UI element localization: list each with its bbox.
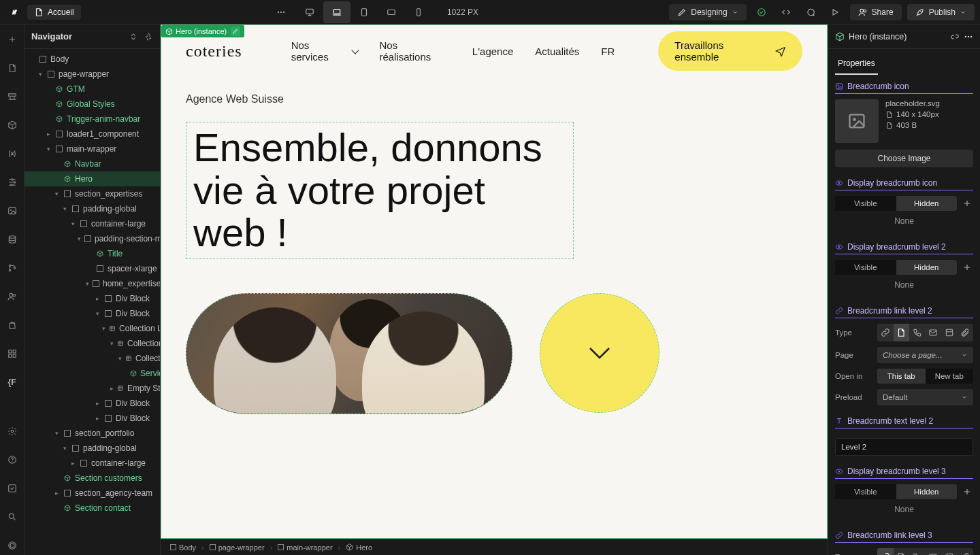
hidden-option[interactable]: Hidden	[896, 260, 958, 275]
add-element-icon[interactable]	[3, 30, 22, 49]
components-icon[interactable]	[3, 116, 22, 135]
tree-row[interactable]: ▸container-large	[24, 456, 160, 471]
edit-instance-icon[interactable]	[231, 27, 240, 36]
tree-row[interactable]: ▸Div Block	[24, 411, 160, 426]
cms-icon[interactable]	[3, 230, 22, 249]
link-type-section[interactable]	[941, 548, 958, 555]
tree-row[interactable]: ▾container-large	[24, 216, 160, 231]
open-this-tab[interactable]: This tab	[877, 369, 926, 384]
tree-row[interactable]: ▾page-wrapper	[24, 67, 160, 82]
tab-properties[interactable]: Properties	[835, 53, 878, 75]
assets-icon[interactable]	[3, 201, 22, 220]
canvas-viewport[interactable]: Hero (instance) coteries Nos services No…	[161, 24, 828, 539]
image-thumbnail[interactable]	[835, 99, 879, 143]
none-value[interactable]: None	[835, 211, 973, 231]
link-type-section[interactable]	[941, 324, 958, 341]
tablet-landscape-breakpoint[interactable]	[378, 1, 405, 23]
hidden-option[interactable]: Hidden	[896, 484, 958, 499]
settings-icon[interactable]	[3, 422, 22, 441]
mode-switcher[interactable]: Designing	[669, 4, 746, 20]
nav-agence[interactable]: L'agence	[472, 46, 513, 57]
tree-row[interactable]: ▸loader1_component	[24, 127, 160, 141]
unlink-icon[interactable]	[950, 31, 960, 41]
none-value[interactable]: None	[835, 275, 973, 295]
add-variant-icon[interactable]	[961, 486, 973, 498]
pages-icon[interactable]	[3, 58, 22, 78]
publish-button[interactable]: Publish	[907, 4, 975, 20]
link-type-page[interactable]	[894, 324, 910, 341]
tree-row[interactable]: ▾Div Block	[24, 306, 160, 321]
add-variant-icon[interactable]	[961, 261, 973, 273]
tree-row[interactable]: GTM	[24, 82, 160, 97]
sliders-icon[interactable]	[3, 173, 22, 192]
search-icon[interactable]	[3, 507, 22, 526]
pin-panel-icon[interactable]	[144, 31, 153, 42]
finsweet-icon[interactable]: {F	[3, 373, 22, 392]
hidden-option[interactable]: Hidden	[896, 196, 958, 211]
tree-row[interactable]: Trigger-anim-navbar	[24, 112, 160, 127]
tree-row[interactable]: ▾section_portfolio	[24, 426, 160, 441]
ecommerce-icon[interactable]	[3, 316, 22, 335]
code-view-icon[interactable]	[777, 3, 796, 22]
laptop-breakpoint[interactable]	[323, 1, 350, 23]
tree-row[interactable]: ▾home_expertises-g	[24, 276, 160, 291]
add-variant-icon[interactable]	[961, 197, 973, 209]
target-icon[interactable]	[3, 536, 22, 555]
hero-scroll-button[interactable]	[540, 293, 659, 413]
preload-select[interactable]: Default	[877, 389, 973, 405]
breadcrumb-text-l2-input[interactable]	[835, 438, 973, 456]
home-button[interactable]: Accueil	[27, 5, 81, 20]
link-type-file[interactable]	[958, 324, 974, 341]
breadcrumb-item[interactable]: Hero	[343, 543, 375, 552]
desktop-breakpoint[interactable]	[296, 1, 323, 23]
page-select[interactable]: Choose a page...	[877, 347, 973, 363]
variables-icon[interactable]	[3, 144, 22, 163]
open-new-tab[interactable]: New tab	[926, 369, 974, 384]
share-button[interactable]: Share	[850, 4, 902, 20]
tree-row[interactable]: Navbar	[24, 156, 160, 171]
breadcrumb-item[interactable]: Body	[167, 543, 199, 552]
page-frame[interactable]: Hero (instance) coteries Nos services No…	[161, 24, 828, 539]
tree-row[interactable]: ▸section_agency-team	[24, 486, 160, 501]
tree-row[interactable]: ▾padding-global	[24, 441, 160, 456]
choose-image-button[interactable]: Choose Image	[835, 150, 973, 167]
tree-row[interactable]: ▸Empty State	[24, 381, 160, 396]
branch-icon[interactable]	[3, 258, 22, 278]
visible-option[interactable]: Visible	[835, 484, 896, 499]
link-type-file[interactable]	[958, 548, 974, 555]
tree-row[interactable]: Section contact	[24, 501, 160, 516]
preview-icon[interactable]	[826, 3, 845, 22]
apps-icon[interactable]	[3, 344, 22, 363]
navigator-tree[interactable]: Body▾page-wrapperGTMGlobal StylesTrigger…	[24, 49, 160, 555]
tree-row[interactable]: spacer-xlarge	[24, 261, 160, 276]
link-type-email[interactable]	[926, 548, 942, 555]
tree-row[interactable]: Body	[24, 52, 160, 67]
link-type-url[interactable]	[877, 548, 894, 555]
more-icon[interactable]	[272, 3, 291, 22]
tablet-breakpoint[interactable]	[350, 1, 378, 23]
hero-title[interactable]: Ensemble, donnons vie à votre projet web…	[186, 122, 574, 259]
nav-services[interactable]: Nos services	[291, 39, 358, 63]
link-type-page[interactable]	[894, 548, 910, 555]
tree-row[interactable]: Title	[24, 246, 160, 261]
visible-option[interactable]: Visible	[835, 260, 896, 275]
status-check-icon[interactable]	[752, 3, 771, 22]
link-type-url[interactable]	[877, 324, 894, 341]
tree-row[interactable]: ▸Div Block	[24, 396, 160, 411]
users-icon[interactable]	[3, 287, 22, 306]
audit-icon[interactable]	[3, 479, 22, 498]
tree-row[interactable]: ▾Collection	[24, 351, 160, 366]
ruler-icon[interactable]	[3, 87, 22, 106]
tree-row[interactable]: Service	[24, 366, 160, 381]
webflow-logo[interactable]	[5, 4, 22, 20]
tree-row[interactable]: ▾padding-global	[24, 201, 160, 216]
tree-row[interactable]: ▾Collection Lis	[24, 336, 160, 351]
site-logo[interactable]: coteries	[186, 42, 242, 61]
more-options-icon[interactable]	[964, 31, 973, 41]
link-type-email[interactable]	[926, 324, 942, 341]
tree-row[interactable]: Section customers	[24, 471, 160, 486]
nav-lang[interactable]: FR	[601, 46, 615, 57]
tree-row[interactable]: ▾Collection List	[24, 321, 160, 336]
tree-row[interactable]: Global Styles	[24, 97, 160, 112]
tree-row[interactable]: ▸Div Block	[24, 291, 160, 306]
